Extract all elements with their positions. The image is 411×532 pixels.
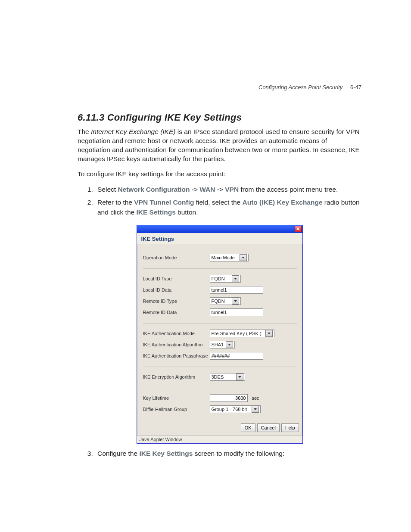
- text: screen to modify the following:: [193, 450, 284, 457]
- label-operation-mode: Operation Mode: [143, 255, 210, 260]
- label-local-id-data: Local ID Data: [143, 287, 210, 292]
- svg-marker-2: [234, 300, 237, 302]
- label-key-life: Key Lifetime: [143, 395, 210, 401]
- select-value: Main Mode: [212, 255, 235, 260]
- group-encryption: IKE Encryption Algorithm 3DES: [143, 367, 297, 388]
- text: from the access point menu tree.: [239, 186, 338, 193]
- chevron-down-icon: [240, 254, 247, 261]
- manual-page: Configuring Access Point Security 6-47 6…: [0, 0, 411, 532]
- steps-list-continued: Configure the IKE Key Settings screen to…: [95, 449, 361, 458]
- row-auth-pass: IKE Authentication Passphrase: [143, 352, 297, 360]
- row-dh-group: Diffie-Hellman Group Group 1 - 768 bit: [143, 405, 297, 413]
- label-auth-pass: IKE Authentication Passphrase: [143, 353, 210, 358]
- svg-marker-1: [234, 278, 237, 280]
- select-dh-group[interactable]: Group 1 - 768 bit: [210, 405, 261, 413]
- chevron-down-icon: [226, 341, 233, 348]
- nav-wan: WAN: [199, 186, 215, 193]
- cancel-button[interactable]: Cancel: [257, 423, 280, 432]
- input-local-id-data[interactable]: [210, 286, 263, 294]
- chevron-down-icon: [236, 373, 243, 380]
- group-operation-mode: Operation Mode Main Mode: [143, 248, 297, 269]
- page-number: 6-47: [350, 84, 361, 90]
- chevron-down-icon: [252, 406, 259, 413]
- label-dh-group: Diffie-Hellman Group: [143, 407, 210, 412]
- ike-term: Internet Key Exchange (IKE): [91, 128, 175, 135]
- svg-marker-5: [238, 376, 241, 378]
- status-bar: Java Applet Window: [137, 436, 302, 443]
- ref-vpn-tunnel-config: VPN Tunnel Config: [134, 199, 194, 206]
- step-3: Configure the IKE Key Settings screen to…: [95, 449, 361, 458]
- svg-marker-4: [228, 344, 231, 345]
- select-operation-mode[interactable]: Main Mode: [210, 254, 249, 261]
- select-value: Group 1 - 768 bit: [212, 407, 247, 412]
- page-header: Configuring Access Point Security 6-47: [258, 84, 361, 90]
- row-remote-id-type: Remote ID Type FQDN: [143, 297, 297, 305]
- intro-paragraph: The Internet Key Exchange (IKE) is an IP…: [78, 128, 361, 164]
- text: button.: [176, 208, 198, 216]
- select-auth-mode[interactable]: Pre Shared Key ( PSK ): [210, 330, 274, 337]
- svg-marker-3: [268, 333, 271, 334]
- chevron-down-icon: [232, 298, 239, 305]
- dialog-title: IKE Settings: [137, 233, 302, 244]
- steps-list: Select Network Configuration -> WAN -> V…: [95, 185, 361, 217]
- lead-in: To configure IKE key settings for the ac…: [78, 170, 361, 179]
- row-operation-mode: Operation Mode Main Mode: [143, 254, 297, 261]
- row-auth-algo: IKE Authentication Algorithm SHA1: [143, 341, 297, 348]
- row-local-id-type: Local ID Type FQDN: [143, 275, 297, 283]
- close-icon[interactable]: ✕: [295, 226, 302, 232]
- chevron-down-icon: [265, 330, 273, 337]
- dialog-buttons: OK Cancel Help: [137, 420, 302, 436]
- group-key-lifetime: Key Lifetime sec Diffie-Hellman Group Gr…: [143, 388, 297, 420]
- select-auth-algo[interactable]: SHA1: [210, 341, 235, 348]
- ref-ike-settings: IKE Settings: [136, 208, 175, 216]
- row-enc-algo: IKE Encryption Algorithm 3DES: [143, 373, 297, 381]
- text: Select: [97, 186, 118, 193]
- ike-settings-dialog: ✕ IKE Settings Operation Mode Main Mode: [137, 225, 303, 444]
- dialog-titlebar[interactable]: ✕: [137, 225, 302, 233]
- select-value: 3DES: [212, 374, 224, 380]
- help-button[interactable]: Help: [281, 423, 299, 432]
- row-key-life: Key Lifetime sec: [143, 394, 297, 402]
- label-remote-id-type: Remote ID Type: [143, 299, 210, 304]
- step-1: Select Network Configuration -> WAN -> V…: [95, 185, 361, 194]
- ref-ike-key-settings: IKE Key Settings: [139, 450, 193, 457]
- input-key-lifetime[interactable]: [210, 394, 248, 402]
- text: field, select the: [194, 199, 243, 206]
- label-remote-id-data: Remote ID Data: [143, 310, 210, 315]
- select-value: SHA1: [212, 342, 224, 347]
- select-value: FQDN: [212, 276, 225, 281]
- svg-marker-6: [254, 408, 257, 410]
- close-glyph: ✕: [296, 226, 300, 231]
- unit-sec: sec: [252, 395, 259, 401]
- text: ->: [190, 186, 199, 193]
- select-enc-algo[interactable]: 3DES: [210, 373, 245, 381]
- row-auth-mode: IKE Authentication Mode Pre Shared Key (…: [143, 330, 297, 337]
- svg-marker-0: [242, 257, 245, 258]
- input-auth-passphrase[interactable]: [210, 352, 263, 360]
- select-value: Pre Shared Key ( PSK ): [212, 331, 262, 336]
- ref-auto-ike-key-exchange: Auto (IKE) Key Exchange: [243, 199, 323, 206]
- select-local-id-type[interactable]: FQDN: [210, 275, 241, 283]
- input-remote-id-data[interactable]: [210, 308, 263, 316]
- text: ->: [215, 186, 225, 193]
- row-local-id-data: Local ID Data: [143, 286, 297, 294]
- label-local-id-type: Local ID Type: [143, 276, 210, 281]
- chapter-name: Configuring Access Point Security: [258, 84, 342, 90]
- select-remote-id-type[interactable]: FQDN: [210, 297, 241, 305]
- screenshot-wrap: ✕ IKE Settings Operation Mode Main Mode: [78, 225, 361, 444]
- group-authentication: IKE Authentication Mode Pre Shared Key (…: [143, 324, 297, 367]
- label-auth-mode: IKE Authentication Mode: [143, 331, 210, 336]
- nav-vpn: VPN: [225, 186, 239, 193]
- step-2: Refer to the VPN Tunnel Config field, se…: [95, 198, 361, 217]
- select-value: FQDN: [212, 299, 225, 304]
- ok-button[interactable]: OK: [241, 423, 255, 432]
- label-auth-algo: IKE Authentication Algorithm: [143, 342, 210, 347]
- row-remote-id-data: Remote ID Data: [143, 308, 297, 316]
- section-heading: 6.11.3 Configuring IKE Key Settings: [78, 112, 361, 123]
- text: Refer to the: [97, 199, 134, 206]
- chevron-down-icon: [232, 275, 239, 282]
- nav-network-configuration: Network Configuration: [118, 186, 190, 193]
- label-enc-algo: IKE Encryption Algorithm: [143, 374, 210, 380]
- text: Configure the: [97, 450, 139, 457]
- group-identity: Local ID Type FQDN Local ID Data Remote …: [143, 269, 297, 324]
